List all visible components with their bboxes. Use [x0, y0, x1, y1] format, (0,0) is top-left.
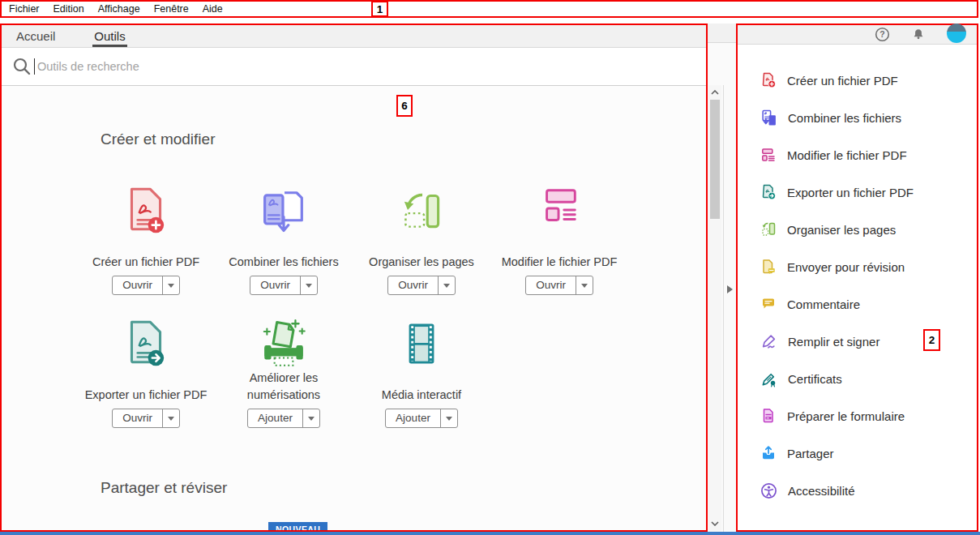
help-button[interactable]: ?: [874, 27, 890, 43]
open-button[interactable]: Ouvrir: [113, 409, 162, 427]
sidebar-item-label: Accessibilité: [788, 484, 855, 498]
annotation-label-6: 6: [396, 95, 413, 117]
menu-item-fichier[interactable]: Fichier: [9, 3, 40, 15]
search-input[interactable]: [37, 48, 678, 85]
organize-pages-icon: [395, 182, 448, 238]
prepare-form-icon: [760, 408, 777, 424]
chevron-right-icon: [727, 285, 733, 293]
tool-card-label: Créer un fichier PDF: [92, 238, 199, 270]
sidebar-item-label: Exporter un fichier PDF: [787, 186, 914, 199]
tool-card-organize-pages[interactable]: Organiser les pages Ouvrir: [353, 181, 490, 295]
open-dropdown-arrow[interactable]: [300, 276, 317, 294]
tools-panel: Accueil Outils Créer et modifier: [0, 24, 708, 532]
menu-bar: Fichier Edition Affichage Fenêtre Aide: [0, 0, 978, 18]
menu-item-aide[interactable]: Aide: [203, 3, 223, 15]
scrollbar-track[interactable]: [708, 85, 721, 532]
chevron-down-icon: [168, 284, 174, 288]
sidebar-item-share[interactable]: Partager: [738, 434, 977, 472]
edit-pdf-icon: [760, 147, 777, 163]
bottom-blue-bar: [0, 532, 980, 535]
new-badge: NOUVEAU: [268, 522, 327, 530]
open-split-button: Ouvrir: [250, 276, 318, 295]
tools-sidebar: ? Créer un fichier PDF: [736, 24, 978, 532]
open-split-button: Ouvrir: [387, 276, 456, 295]
chevron-down-icon: [711, 521, 719, 526]
tool-card-enhance-scans[interactable]: Améliorer les numérisations Ajouter: [215, 314, 353, 428]
menu-item-edition[interactable]: Edition: [53, 3, 84, 15]
sidebar-item-export-pdf[interactable]: Exporter un fichier PDF: [738, 173, 977, 211]
add-button[interactable]: Ajouter: [248, 409, 302, 427]
organize-pages-icon: [760, 221, 777, 238]
enhance-scans-icon: [257, 317, 310, 370]
user-avatar[interactable]: [947, 24, 966, 43]
sidebar-item-edit-pdf[interactable]: Modifier le fichier PDF: [738, 136, 977, 173]
sidebar-item-fill-sign[interactable]: Remplir et signer: [738, 323, 977, 360]
open-split-button: Ouvrir: [525, 276, 593, 295]
open-split-button: Ouvrir: [112, 409, 180, 428]
tool-card-label: Modifier le fichier PDF: [502, 238, 618, 270]
divider: [723, 85, 724, 532]
open-button[interactable]: Ouvrir: [250, 276, 300, 294]
sidebar-item-label: Remplir et signer: [788, 335, 879, 349]
tool-card-combine-files[interactable]: Combiner les fichiers Ouvrir: [215, 181, 353, 295]
tab-accueil[interactable]: Accueil: [15, 25, 57, 47]
annotation-label-2: 2: [923, 329, 940, 351]
tab-outils[interactable]: Outils: [92, 25, 126, 47]
section-heading-share-review: Partager et réviser: [101, 479, 227, 497]
sidebar-item-accessibility[interactable]: Accessibilité: [738, 472, 977, 509]
accessibility-icon: [760, 482, 777, 499]
sidebar-item-create-pdf[interactable]: Créer un fichier PDF: [738, 62, 977, 99]
tool-card-create-pdf[interactable]: Créer un fichier PDF Ouvrir: [77, 181, 215, 295]
add-dropdown-arrow[interactable]: [440, 409, 457, 427]
chevron-down-icon: [306, 284, 312, 288]
open-dropdown-arrow[interactable]: [576, 276, 593, 294]
text-caret: [34, 58, 35, 75]
acrobat-tools-window: Fichier Edition Affichage Fenêtre Aide 1…: [0, 0, 980, 535]
create-pdf-icon: [760, 72, 777, 88]
section-heading-create-edit: Créer et modifier: [101, 131, 216, 148]
scrollbar-down-arrow[interactable]: [708, 518, 721, 529]
certificates-icon: [760, 370, 777, 387]
open-dropdown-arrow[interactable]: [162, 276, 179, 294]
notifications-button[interactable]: [910, 27, 927, 43]
tool-card-export-pdf[interactable]: Exporter un fichier PDF Ouvrir: [77, 314, 215, 428]
panel-expand-button[interactable]: [724, 281, 735, 297]
sidebar-item-prepare-form[interactable]: Préparer le formulaire: [738, 397, 977, 434]
tool-card-rich-media[interactable]: Média interactif Ajouter: [353, 314, 490, 428]
scrollbar-up-arrow[interactable]: [708, 87, 721, 98]
scrollbar-thumb[interactable]: [710, 100, 720, 219]
open-button[interactable]: Ouvrir: [388, 276, 438, 294]
add-dropdown-arrow[interactable]: [302, 409, 319, 427]
open-split-button: Ouvrir: [112, 276, 180, 295]
sidebar-item-send-review[interactable]: Envoyer pour révision: [738, 248, 977, 285]
menu-item-affichage[interactable]: Affichage: [98, 3, 140, 15]
sidebar-item-comment[interactable]: Commentaire: [738, 285, 977, 323]
add-split-button: Ajouter: [247, 409, 320, 428]
sidebar-item-organize-pages[interactable]: Organiser les pages: [738, 211, 977, 248]
open-button[interactable]: Ouvrir: [526, 276, 576, 294]
comment-icon: [760, 296, 777, 312]
sidebar-item-certificates[interactable]: Certificats: [738, 360, 977, 397]
sidebar-item-combine-files[interactable]: Combiner les fichiers: [738, 99, 977, 136]
menu-item-fenetre[interactable]: Fenêtre: [154, 3, 189, 15]
open-button[interactable]: Ouvrir: [113, 276, 162, 294]
share-icon: [760, 445, 777, 461]
combine-files-icon: [760, 109, 777, 126]
sidebar-item-label: Commentaire: [787, 297, 860, 311]
combine-files-icon: [255, 182, 312, 238]
tab-bar: Accueil Outils: [2, 25, 706, 48]
tools-content: Créer et modifier Créer un fichier PDF O…: [2, 86, 706, 530]
tool-card-edit-pdf[interactable]: Modifier le fichier PDF Ouvrir: [490, 181, 628, 295]
chevron-up-icon: [711, 90, 719, 95]
sidebar-tool-list: Créer un fichier PDF Combiner les fichie…: [738, 45, 977, 509]
search-bar: [2, 48, 706, 86]
add-split-button: Ajouter: [385, 409, 458, 428]
sidebar-item-label: Envoyer pour révision: [787, 260, 905, 274]
chevron-down-icon: [446, 417, 452, 421]
tool-card-label: Combiner les fichiers: [229, 238, 338, 270]
add-button[interactable]: Ajouter: [386, 409, 440, 427]
open-dropdown-arrow[interactable]: [162, 409, 179, 427]
chevron-down-icon: [443, 284, 450, 288]
open-dropdown-arrow[interactable]: [438, 276, 455, 294]
export-pdf-icon: [119, 315, 173, 370]
